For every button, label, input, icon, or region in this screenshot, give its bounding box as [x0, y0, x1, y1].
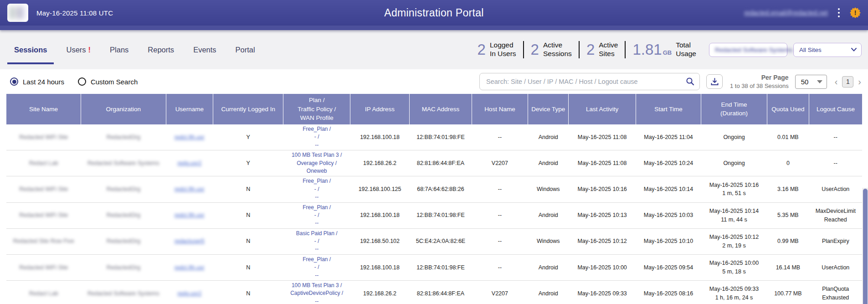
- start-time-cell: May-16-2025 10:14: [636, 176, 701, 202]
- plan-cell[interactable]: Basic Paid Plan /- /--: [283, 228, 350, 254]
- table-row: Redacted WiFi SiteRedactedOrgredct.fth.u…: [6, 176, 862, 202]
- prev-page-button[interactable]: ‹: [833, 77, 839, 86]
- username-link[interactable]: redactuser5: [166, 228, 213, 254]
- tab-portal[interactable]: Portal: [226, 46, 265, 54]
- last-activity-cell: May-16-2025 10:00: [569, 254, 636, 280]
- plan-cell[interactable]: 100 MB Test Plan 3 /CaptiveDevicePolicy …: [283, 281, 350, 304]
- table-row: Redact LabRedacted Software Systemsredg.…: [6, 281, 862, 304]
- total-usage-unit: GB: [663, 49, 672, 56]
- site-name-cell: Redacted WiFi Site: [6, 176, 81, 202]
- active-sites-value: 2: [586, 41, 595, 58]
- organization-dropdown[interactable]: Redacted Software Systems: [709, 43, 787, 57]
- site-name-cell: Redact Lab: [6, 150, 81, 176]
- tab-sessions[interactable]: Sessions: [5, 46, 56, 54]
- table-row: Redacted WiFi SiteRedactedOrgredct.fth.u…: [6, 202, 862, 228]
- tab-plans-label: Plans: [110, 46, 128, 54]
- column-header: Plan /Traffic Policy /WAN Profile: [283, 94, 350, 124]
- username-link[interactable]: redg.usr2: [166, 150, 213, 176]
- sessions-table: Site NameOrganizationUsernameCurrently L…: [6, 94, 862, 304]
- page-size-select[interactable]: 50: [795, 75, 827, 89]
- radio-selected-icon: [10, 77, 18, 86]
- logged-in-cell: Y: [213, 124, 283, 150]
- plan-cell[interactable]: Free_Plan /- /--: [283, 124, 350, 150]
- logged-in-cell: N: [213, 176, 283, 202]
- ip-address-cell: 192.168.100.18: [350, 254, 409, 280]
- page-number-button[interactable]: 1: [842, 76, 853, 88]
- tab-reports-label: Reports: [148, 46, 174, 54]
- last-activity-cell: May-16-2025 10:12: [569, 228, 636, 254]
- radio-custom-search[interactable]: Custom Search: [78, 77, 138, 86]
- username-link[interactable]: redct.fth.usr: [166, 202, 213, 228]
- device-type-cell: Windows: [528, 228, 569, 254]
- pagination: ‹ 1 ›: [833, 76, 863, 88]
- logo-image: [10, 6, 26, 19]
- table-row: Redacted Site Row FiveRedactedOrgredactu…: [6, 228, 862, 254]
- tab-portal-label: Portal: [236, 46, 255, 54]
- start-time-cell: May-16-2025 10:10: [636, 228, 701, 254]
- logout-cause-cell: UserAction: [809, 176, 862, 202]
- page-title: Administration Portal: [0, 7, 868, 19]
- plan-cell[interactable]: Free_Plan /- /--: [283, 202, 350, 228]
- logged-in-cell: N: [213, 254, 283, 280]
- ip-address-cell: 192.168.100.18: [350, 124, 409, 150]
- plan-cell[interactable]: Free_Plan /- /--: [283, 176, 350, 202]
- end-time-cell: Ongoing: [701, 150, 767, 176]
- site-dropdown[interactable]: All Sites: [793, 43, 862, 57]
- top-bar-accent-strip: [0, 26, 868, 30]
- mac-address-cell: 82:81:86:44:8F:EA: [410, 281, 472, 304]
- table-header-row: Site NameOrganizationUsernameCurrently L…: [6, 94, 862, 124]
- username-link[interactable]: redct.fth.usr: [166, 124, 213, 150]
- main-tabs: Sessions Users! Plans Reports Events Por…: [5, 46, 265, 54]
- column-header: End Time(Duration): [701, 94, 767, 124]
- vertical-scrollbar[interactable]: [862, 188, 868, 304]
- kebab-menu-icon[interactable]: [835, 6, 842, 19]
- column-header: Device Type: [528, 94, 569, 124]
- download-button[interactable]: [706, 74, 723, 89]
- chevron-down-icon: [851, 48, 857, 52]
- app-logo: [7, 4, 28, 22]
- username-link[interactable]: redg.usr2: [166, 281, 213, 304]
- device-type-cell: Android: [528, 124, 569, 150]
- tab-events[interactable]: Events: [184, 46, 226, 54]
- last-activity-cell: May-16-2025 10:13: [569, 202, 636, 228]
- start-time-cell: May-16-2025 10:03: [636, 202, 701, 228]
- account-email-link[interactable]: redacted.email@redacted.net: [744, 9, 828, 16]
- tab-users-label: Users: [66, 46, 86, 54]
- logged-in-users-label: LoggedIn Users: [490, 41, 516, 58]
- organization-dropdown-value: Redacted Software Systems: [715, 46, 792, 53]
- mac-address-cell: 5C:E4:2A:0A:82:6E: [410, 228, 472, 254]
- active-sessions-label: ActiveSessions: [543, 41, 572, 58]
- host-name-cell: V2207: [472, 150, 528, 176]
- username-link[interactable]: redct.fth.usr: [166, 176, 213, 202]
- column-header: Last Activity: [569, 94, 636, 124]
- last-activity-cell: May-16-2025 10:16: [569, 176, 636, 202]
- tab-reports[interactable]: Reports: [138, 46, 184, 54]
- scrollbar-thumb[interactable]: [863, 189, 868, 304]
- stat-active-sessions: 2 ActiveSessions: [523, 41, 579, 58]
- pagination-summary: Per Page 1 to 38 of 38 Sessions: [730, 73, 789, 90]
- alert-badge-icon[interactable]: !: [850, 7, 861, 18]
- next-page-button[interactable]: ›: [857, 77, 863, 86]
- search-icon[interactable]: [686, 77, 694, 86]
- stat-logged-in-users: 2 LoggedIn Users: [471, 41, 523, 58]
- column-header: IP Address: [350, 94, 409, 124]
- mac-address-cell: 12:BB:74:01:98:FE: [410, 254, 472, 280]
- plan-cell[interactable]: 100 MB Test Plan 3 /Overage Policy /Onew…: [283, 150, 350, 176]
- tab-plans[interactable]: Plans: [100, 46, 138, 54]
- quota-used-cell: 3.16 MB: [767, 176, 809, 202]
- radio-unselected-icon: [78, 77, 86, 86]
- radio-last-24-hours[interactable]: Last 24 hours: [10, 77, 64, 86]
- ip-address-cell: 192.168.26.2: [350, 281, 409, 304]
- logout-cause-cell: --: [809, 124, 862, 150]
- tab-users[interactable]: Users!: [56, 46, 100, 54]
- range-text: 1 to 38 of 38 Sessions: [730, 82, 789, 90]
- last-activity-cell: May-16-2025 09:33: [569, 281, 636, 304]
- quota-used-cell: 0.01 MB: [767, 124, 809, 150]
- site-name-cell: Redacted WiFi Site: [6, 254, 81, 280]
- column-header: Site Name: [6, 94, 81, 124]
- host-name-cell: --: [472, 254, 528, 280]
- plan-cell[interactable]: Free_Plan /- /--: [283, 254, 350, 280]
- column-header: Quota Used: [767, 94, 809, 124]
- username-link[interactable]: redct.fth.usr: [166, 254, 213, 280]
- search-input[interactable]: [479, 73, 700, 90]
